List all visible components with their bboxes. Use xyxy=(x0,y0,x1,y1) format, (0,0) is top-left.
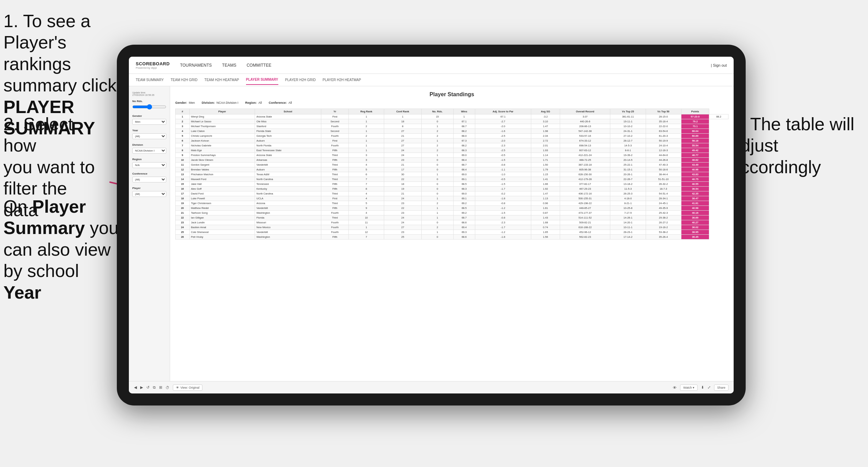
table-row: 26Petr HrubyWashingtonFifth725068.6-1.81… xyxy=(176,235,728,240)
sub-nav-team-h2h-grid[interactable]: TEAM H2H GRID xyxy=(171,75,198,85)
share-button[interactable]: Share xyxy=(714,385,728,391)
col-avg-sg: Avg SG xyxy=(531,109,560,114)
tablet-screen: SCOREBOARD Powered by dippi TOURNAMENTS … xyxy=(129,57,734,393)
table-area: Player Standings Gender: Men Division: N… xyxy=(170,86,734,381)
table-row: 3Michael ThorbjornsenStanfordFourth28168… xyxy=(176,124,728,129)
filter-region: Region: All xyxy=(245,101,262,104)
no-rds-label: No Rds. xyxy=(132,100,166,103)
update-time: Update time: 27/03/2024 16:56:26 xyxy=(132,91,166,96)
player-select[interactable]: (All) xyxy=(132,191,166,197)
no-rds-slider[interactable] xyxy=(132,104,166,110)
region-select[interactable]: N/A xyxy=(132,162,166,168)
download-icon[interactable]: ⬇ xyxy=(701,385,704,390)
col-no-rds: No. Rds. xyxy=(422,109,454,114)
filter-division: Division: NCAA Division I xyxy=(202,101,238,104)
col-wins: Wins xyxy=(453,109,475,114)
sub-nav-team-h2h-heatmap[interactable]: TEAM H2H HEATMAP xyxy=(204,75,239,85)
table-row: 12Brendan ValdesAuburnFifth517068.4-1.11… xyxy=(176,167,728,172)
col-num: # xyxy=(176,109,190,114)
gender-select[interactable]: Men xyxy=(132,119,166,125)
table-row: 6Jackson KoivunAuburnFirst127167.3-2.02.… xyxy=(176,138,728,143)
table-body: 1Wenyi DingArizona StateFirst1115167.1-3… xyxy=(176,114,728,240)
expand-icon[interactable]: ⤢ xyxy=(708,385,711,390)
table-header: # Player School Yr Reg Rank Conf Rank No… xyxy=(176,109,728,114)
table-row: 7Nicholas GabrieleNorth FloridaFourth127… xyxy=(176,143,728,148)
table-row: 1Wenyi DingArizona StateFirst1115167.1-3… xyxy=(176,114,728,119)
sub-nav-player-h2h-heatmap[interactable]: PLAYER H2H HEATMAP xyxy=(323,75,361,85)
gender-label: Gender xyxy=(132,114,166,118)
player-standings-table: # Player School Yr Reg Rank Conf Rank No… xyxy=(175,109,728,240)
sub-nav-player-summary[interactable]: PLAYER SUMMARY xyxy=(246,75,278,85)
table-row: 18Luke PowellUCLAFirst424169.1-1.81.1350… xyxy=(176,196,728,201)
table-row: 4Luke ClatonFlorida StateSecond127268.2-… xyxy=(176,129,728,134)
sub-nav-team-summary[interactable]: TEAM SUMMARY xyxy=(136,75,164,85)
view-icon: 👁 xyxy=(176,386,179,389)
table-row: 21Taehoon SongWashingtonFourth423169.2-1… xyxy=(176,211,728,215)
col-player: Player xyxy=(189,109,255,114)
table-row: 10Jacob Skov OlesenArkansasFifth323068.4… xyxy=(176,158,728,163)
col-vs-top25: Vs Top 25 xyxy=(610,109,646,114)
col-conf-rank: Conf Rank xyxy=(384,109,421,114)
eye-icon: 👁 xyxy=(673,386,677,390)
col-school: School xyxy=(255,109,321,114)
conference-select[interactable]: (All) xyxy=(132,177,166,182)
col-yr: Yr xyxy=(321,109,349,114)
player-label: Player xyxy=(132,187,166,190)
annotation-step-3: 3. The table will adjust accordingly xyxy=(731,113,861,178)
sub-nav: TEAM SUMMARY TEAM H2H GRID TEAM H2H HEAT… xyxy=(129,74,734,86)
col-adj-score: Adj. Score to Par xyxy=(475,109,531,114)
table-title: Player Standings xyxy=(175,91,728,98)
view-original-button[interactable]: 👁 View: Original xyxy=(173,385,202,391)
table-row: 24Bastien AmatNew MexicoFourth127269.4-1… xyxy=(176,225,728,230)
annotation-step-on-player: On Player Summary you can also view by s… xyxy=(3,196,120,303)
logo-text: SCOREBOARD xyxy=(136,61,170,66)
sign-out-link[interactable]: | Sign out xyxy=(711,63,727,67)
filter-conference: Conference: All xyxy=(269,101,292,104)
watch-button[interactable]: Watch ▾ xyxy=(680,385,698,391)
nav-links: TOURNAMENTS TEAMS COMMITTEE xyxy=(180,61,711,69)
col-vs-top50: Vs Top 50 xyxy=(646,109,681,114)
copy-icon[interactable]: ⧉ xyxy=(153,385,156,390)
division-select[interactable]: NCAA Division I xyxy=(132,148,166,154)
table-row: 25Cole SherwoodVanderbiltFourth1223169.3… xyxy=(176,230,728,235)
nav-link-teams[interactable]: TEAMS xyxy=(222,61,236,69)
nav-link-committee[interactable]: COMMITTEE xyxy=(247,61,271,69)
table-row: 15Jake HallTennesseeFifth718068.5-1.51.6… xyxy=(176,182,728,187)
main-content: Update time: 27/03/2024 16:56:26 No Rds.… xyxy=(129,86,734,381)
table-row: 19Tiger ChristensenArizonaThird523269.2-… xyxy=(176,201,728,206)
col-reg-rank: Reg Rank xyxy=(349,109,384,114)
table-row: 8Mats EgeEast Tennessee StateFifth124268… xyxy=(176,148,728,153)
bottom-toolbar: ◀ ▶ ↺ ⧉ ⊞ ⏱ 👁 View: Original 👁 Watch ▾ ⬇… xyxy=(129,381,734,393)
sub-nav-player-h2h-grid[interactable]: PLAYER H2H GRID xyxy=(285,75,316,85)
nav-prev-icon[interactable]: ◀ xyxy=(134,385,137,390)
table-row: 9Preston SummerhaysArizona StateThird324… xyxy=(176,153,728,158)
nav-right: | Sign out xyxy=(711,63,727,67)
table-row: 20Matthew RiedelVanderbiltFifth922168.5-… xyxy=(176,206,728,211)
nav-link-tournaments[interactable]: TOURNAMENTS xyxy=(180,61,212,69)
year-label: Year xyxy=(132,129,166,132)
table-row: 16Alex GoffKentuckyFifth819068.3-1.71.92… xyxy=(176,187,728,191)
filters-row: Gender: Men Division: NCAA Division I Re… xyxy=(175,101,728,104)
logo-sub: Powered by dippi xyxy=(136,66,170,69)
division-label: Division xyxy=(132,143,166,146)
table-row: 5Christo LamprechtGeorgia TechFourth2212… xyxy=(176,134,728,138)
table-row: 11Gordon SargentVanderbiltThird421068.7-… xyxy=(176,163,728,167)
conference-label: Conference xyxy=(132,172,166,175)
refresh-icon[interactable]: ↺ xyxy=(146,385,149,390)
clock-icon[interactable]: ⏱ xyxy=(166,386,169,390)
nav-bar: SCOREBOARD Powered by dippi TOURNAMENTS … xyxy=(129,57,734,74)
col-points: Points xyxy=(681,109,709,114)
table-row: 13Phichaksn MaichonTexas A&MThird630169.… xyxy=(176,172,728,177)
logo-area: SCOREBOARD Powered by dippi xyxy=(136,61,170,69)
table-row: 22Ian GilliganFloridaThird1024168.7-0.81… xyxy=(176,215,728,220)
table-row: 23Jack LundinMissouriFourth1124068.6-2.3… xyxy=(176,220,728,225)
grid-icon[interactable]: ⊞ xyxy=(159,385,162,390)
sidebar: Update time: 27/03/2024 16:56:26 No Rds.… xyxy=(129,86,170,381)
col-overall: Overall Record xyxy=(560,109,610,114)
tablet-device: SCOREBOARD Powered by dippi TOURNAMENTS … xyxy=(117,45,746,405)
year-select[interactable]: (All) xyxy=(132,133,166,139)
table-row: 14Maxwell FordNorth CarolinaThird722069.… xyxy=(176,177,728,182)
region-label: Region xyxy=(132,158,166,161)
filter-gender: Gender: Men xyxy=(175,101,195,104)
nav-next-icon[interactable]: ▶ xyxy=(140,385,143,390)
